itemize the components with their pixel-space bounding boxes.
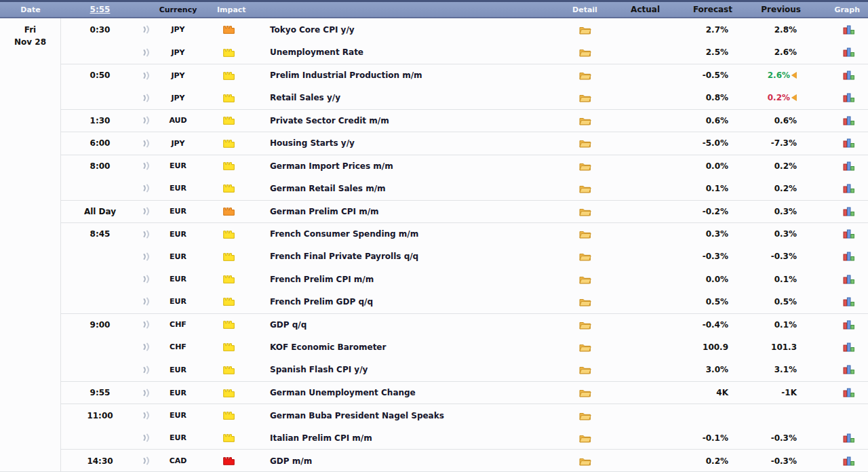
impact-icon[interactable] [223,456,235,465]
detail-folder-icon[interactable] [579,365,591,374]
detail-folder-icon[interactable] [579,161,591,171]
graph-icon[interactable] [843,456,855,466]
impact-icon[interactable] [223,433,235,442]
event-title[interactable]: German Unemployment Change [254,382,570,404]
event-title[interactable]: GDP m/m [254,450,570,471]
event-title[interactable]: Retail Sales y/y [254,86,570,109]
detail-folder-icon[interactable] [579,252,591,261]
revision-icon[interactable] [791,72,797,79]
graph-icon[interactable] [843,342,855,352]
impact-icon[interactable] [223,25,235,34]
graph-icon[interactable] [843,229,855,239]
graph-icon[interactable] [843,433,855,443]
impact-icon[interactable] [223,366,235,374]
impact-icon[interactable] [223,230,235,239]
speaker-alert-icon[interactable] [142,342,151,352]
graph-icon[interactable] [843,138,855,148]
event-title[interactable]: French Consumer Spending m/m [254,223,570,245]
speaker-alert-icon[interactable] [142,71,151,81]
impact-icon[interactable] [223,71,235,80]
event-title[interactable]: German Import Prices m/m [254,155,570,177]
speaker-alert-icon[interactable] [142,365,151,375]
speaker-alert-icon[interactable] [142,456,151,466]
detail-folder-icon[interactable] [579,93,591,102]
detail-folder-icon[interactable] [579,320,591,330]
time-header-link[interactable]: 5:55 [90,5,111,14]
speaker-alert-icon[interactable] [142,319,151,330]
speaker-alert-icon[interactable] [142,206,151,216]
event-title[interactable]: Private Sector Credit m/m [254,110,570,132]
impact-icon[interactable] [223,184,235,193]
detail-folder-icon[interactable] [579,47,591,57]
impact-icon[interactable] [223,207,235,216]
speaker-alert-icon[interactable] [142,274,151,284]
detail-folder-icon[interactable] [579,275,591,284]
graph-icon[interactable] [843,116,855,125]
impact-icon[interactable] [223,411,235,420]
detail-folder-icon[interactable] [579,297,591,307]
graph-icon[interactable] [843,207,855,216]
detail-folder-icon[interactable] [579,388,591,397]
detail-folder-icon[interactable] [579,184,591,193]
speaker-alert-icon[interactable] [142,161,151,171]
revision-icon[interactable] [791,94,797,101]
impact-icon[interactable] [223,94,235,102]
graph-icon[interactable] [843,388,855,397]
impact-icon[interactable] [223,297,235,306]
detail-folder-icon[interactable] [579,25,591,35]
graph-icon[interactable] [843,184,855,193]
impact-icon[interactable] [223,275,235,283]
speaker-alert-icon[interactable] [142,24,151,35]
detail-folder-icon[interactable] [579,71,591,80]
speaker-alert-icon[interactable] [142,296,151,307]
detail-folder-icon[interactable] [579,456,591,466]
event-title[interactable]: Housing Starts y/y [254,132,570,154]
detail-folder-icon[interactable] [579,433,591,443]
speaker-alert-icon[interactable] [142,433,151,443]
impact-icon[interactable] [223,252,235,261]
impact-icon[interactable] [223,161,235,170]
graph-icon[interactable] [843,47,855,57]
event-title[interactable]: Italian Prelim CPI m/m [254,427,570,449]
speaker-alert-icon[interactable] [142,47,151,58]
event-title[interactable]: German Retail Sales m/m [254,177,570,199]
speaker-alert-icon[interactable] [142,115,151,125]
graph-icon[interactable] [843,252,855,261]
speaker-alert-icon[interactable] [142,183,151,193]
event-title[interactable]: Prelim Industrial Production m/m [254,64,570,86]
event-title[interactable]: Spanish Flash CPI y/y [254,359,570,381]
graph-icon[interactable] [843,365,855,374]
event-title[interactable]: Tokyo Core CPI y/y [254,18,570,41]
speaker-alert-icon[interactable] [142,252,151,262]
speaker-alert-icon[interactable] [142,138,151,149]
impact-icon[interactable] [223,139,235,148]
detail-folder-icon[interactable] [579,138,591,148]
impact-icon[interactable] [223,389,235,397]
graph-icon[interactable] [843,25,855,35]
impact-icon[interactable] [223,320,235,329]
detail-folder-icon[interactable] [579,342,591,352]
detail-folder-icon[interactable] [579,229,591,239]
event-title[interactable]: French Prelim GDP q/q [254,290,570,313]
speaker-alert-icon[interactable] [142,229,151,239]
event-title[interactable]: Unemployment Rate [254,41,570,63]
event-title[interactable]: French Final Private Payrolls q/q [254,245,570,267]
graph-icon[interactable] [843,320,855,330]
impact-icon[interactable] [223,116,235,125]
impact-icon[interactable] [223,48,235,57]
graph-icon[interactable] [843,297,855,307]
detail-folder-icon[interactable] [579,207,591,216]
speaker-alert-icon[interactable] [142,410,151,420]
detail-folder-icon[interactable] [579,411,591,420]
graph-icon[interactable] [843,161,855,171]
event-title[interactable]: German Prelim CPI m/m [254,201,570,222]
graph-icon[interactable] [843,275,855,284]
event-title[interactable]: GDP q/q [254,314,570,336]
impact-icon[interactable] [223,342,235,351]
speaker-alert-icon[interactable] [142,93,151,103]
event-title[interactable]: KOF Economic Barometer [254,336,570,358]
speaker-alert-icon[interactable] [142,388,151,398]
detail-folder-icon[interactable] [579,116,591,125]
graph-icon[interactable] [843,93,855,102]
graph-icon[interactable] [843,71,855,80]
